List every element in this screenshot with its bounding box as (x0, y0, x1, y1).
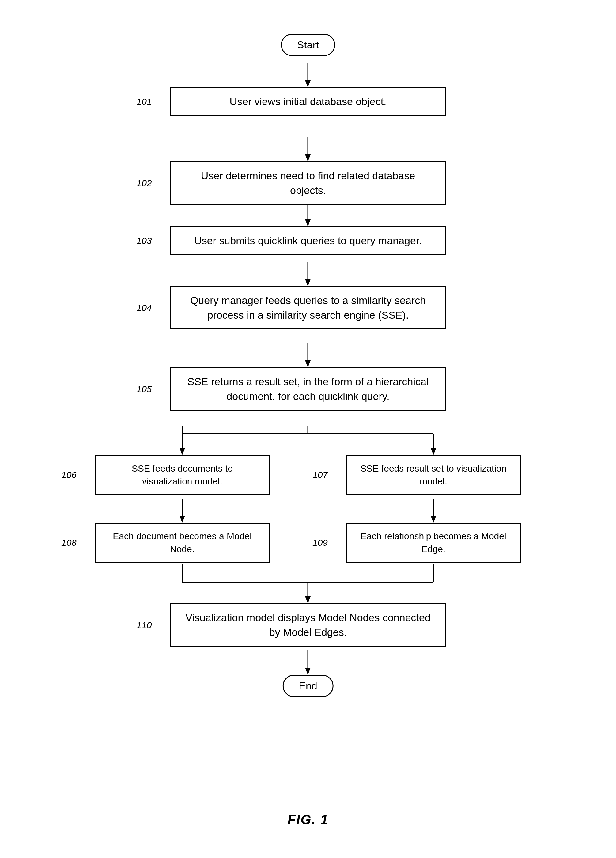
ref-104: 104 (137, 303, 152, 313)
end-oval: End (282, 675, 334, 697)
ref-108: 108 (61, 538, 77, 548)
step-101-box: User views initial database object. (170, 87, 446, 116)
step-107-box: SSE feeds result set to visualization mo… (346, 455, 521, 495)
diagram-container: Start 101 User views initial database ob… (0, 0, 616, 858)
step-104-box: Query manager feeds queries to a similar… (170, 286, 446, 330)
svg-marker-16 (431, 448, 436, 455)
connector-lines (0, 0, 616, 858)
ref-107: 107 (312, 470, 328, 480)
ref-105: 105 (137, 384, 152, 394)
step-110-box: Visualization model displays Model Nodes… (170, 603, 446, 647)
svg-marker-28 (305, 668, 310, 675)
step-102-box: User determines need to find related dat… (170, 162, 446, 205)
ref-109: 109 (312, 538, 328, 548)
svg-marker-26 (305, 596, 310, 603)
step-106-box: SSE feeds documents to visualization mod… (95, 455, 270, 495)
start-oval: Start (281, 34, 335, 56)
ref-101: 101 (137, 96, 152, 107)
svg-marker-7 (305, 279, 310, 286)
ref-103: 103 (137, 236, 152, 246)
step-105-box: SSE returns a result set, in the form of… (170, 367, 446, 410)
ref-106: 106 (61, 470, 77, 480)
ref-102: 102 (137, 178, 152, 188)
svg-marker-3 (305, 154, 310, 162)
svg-marker-1 (305, 80, 310, 87)
step-108-box: Each document becomes a Model Node. (95, 523, 270, 563)
svg-marker-5 (305, 219, 310, 227)
figure-label: FIG. 1 (287, 812, 328, 827)
svg-marker-18 (180, 516, 185, 523)
step-109-box: Each relationship becomes a Model Edge. (346, 523, 521, 563)
step-103-box: User submits quicklink queries to query … (170, 227, 446, 255)
svg-marker-20 (431, 516, 436, 523)
svg-marker-9 (305, 361, 310, 367)
ref-110: 110 (137, 620, 152, 630)
svg-marker-14 (180, 448, 185, 455)
